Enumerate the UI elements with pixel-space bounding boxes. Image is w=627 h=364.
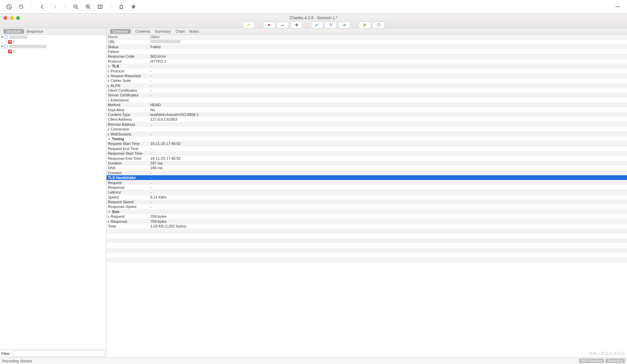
svg-marker-20 [295, 23, 298, 27]
row-tls-cipher[interactable]: Cipher Suite- [107, 78, 627, 83]
tree-path-1[interactable]: ✕/ [0, 39, 106, 44]
row-tls-client-cert[interactable]: Client Certificates- [107, 88, 627, 93]
row-timing[interactable]: Timing [107, 136, 627, 141]
tab-sequence[interactable]: Sequence [27, 29, 43, 33]
row-response-code[interactable]: Response Code503 Error [107, 54, 627, 59]
row-dns[interactable]: DNS186 ms [107, 165, 627, 170]
more-icon[interactable] [613, 2, 623, 12]
settings-icon[interactable] [372, 22, 385, 28]
status-badge-recording[interactable]: Recording [605, 359, 625, 363]
row-duration[interactable]: Duration197 ms [107, 161, 627, 165]
row-response[interactable]: Response- [107, 185, 627, 190]
back-icon[interactable] [37, 2, 48, 12]
tab-summary[interactable]: Summary [155, 29, 171, 33]
row-latency[interactable]: Latency- [107, 190, 627, 194]
disclosure-triangle-icon[interactable] [108, 99, 109, 102]
row-req-speed[interactable]: Request Speed- [107, 200, 627, 204]
zoom-out-icon[interactable] [71, 2, 81, 12]
disclosure-triangle-icon[interactable] [108, 66, 111, 67]
row-connection[interactable]: Connection [107, 127, 627, 131]
row-connect[interactable]: Connect- [107, 171, 627, 175]
tree-host-1[interactable] [0, 35, 106, 39]
broom-icon[interactable] [243, 22, 255, 28]
refresh-icon[interactable] [16, 2, 26, 12]
row-speed[interactable]: Speed5.21 KB/s [107, 195, 627, 200]
disclosure-triangle-icon[interactable] [108, 215, 109, 218]
row-content-type[interactable]: Content-Typetext/html;charset=ISO-8859-1 [107, 112, 627, 117]
throttle-icon[interactable] [277, 22, 289, 28]
repeat-icon[interactable] [325, 22, 337, 28]
structure-tree[interactable]: ✕/ ✕/ [0, 35, 106, 349]
row-resp-speed[interactable]: Response Speed- [107, 204, 627, 209]
row-size-request[interactable]: Request259 bytes [107, 214, 627, 219]
row-tls-extensions[interactable]: Extensions [107, 98, 627, 102]
row-remote-address[interactable]: Remote Address- [107, 122, 627, 127]
tab-notes[interactable]: Notes [189, 29, 199, 33]
row-total[interactable]: Total1.03 KB (1,052 bytes) [107, 224, 627, 229]
empty-row [107, 253, 627, 257]
status-badge-webinterface[interactable]: Web Interface [579, 359, 604, 363]
tab-chart[interactable]: Chart [176, 29, 185, 33]
zoom-in-icon[interactable] [83, 2, 93, 12]
close-window-icon[interactable] [3, 16, 7, 20]
row-tls-alpn[interactable]: ALPN- [107, 83, 627, 88]
filter-input[interactable] [12, 351, 105, 357]
disclosure-triangle-icon[interactable] [108, 139, 111, 140]
row-websockets[interactable]: WebSockets- [107, 131, 627, 136]
col-value[interactable]: Value [149, 35, 627, 39]
maximize-window-icon[interactable] [16, 16, 20, 20]
rotate-icon[interactable] [116, 2, 126, 12]
disclosure-triangle-icon[interactable] [108, 80, 109, 82]
compose-icon[interactable] [311, 22, 323, 28]
right-pane: Overview Contents Summary Chart Notes Na… [107, 28, 627, 357]
disclosure-triangle-icon[interactable] [108, 211, 111, 213]
row-status[interactable]: StatusFailed [107, 44, 627, 49]
row-req-end[interactable]: Request End Time- [107, 146, 627, 151]
row-protocol[interactable]: ProtocolHTTP/1.1 [107, 59, 627, 64]
svg-point-18 [619, 6, 620, 7]
sparkle-icon[interactable] [128, 2, 139, 12]
fit-width-icon[interactable] [95, 2, 105, 12]
globe-icon [4, 45, 8, 49]
overview-rows[interactable]: URL StatusFailed Failure Response Code50… [107, 39, 627, 357]
tree-host-2[interactable] [0, 44, 106, 49]
tools-icon[interactable] [359, 22, 371, 28]
tree-path-2[interactable]: ✕/ [0, 49, 106, 54]
row-failure[interactable]: Failure [107, 49, 627, 54]
svg-point-23 [377, 24, 380, 26]
disclosure-triangle-icon[interactable] [108, 85, 109, 87]
disclosure-triangle-icon[interactable] [108, 220, 109, 223]
row-method[interactable]: MethodHEAD [107, 102, 627, 107]
breakpoints-icon[interactable] [291, 22, 303, 28]
row-tls-handshake[interactable]: TLS Handshake- [107, 175, 627, 180]
minimize-window-icon[interactable] [10, 16, 13, 20]
forward-icon[interactable] [50, 2, 60, 12]
row-size[interactable]: Size [107, 209, 627, 214]
disclosure-triangle-icon[interactable] [108, 70, 109, 73]
globe-icon [4, 35, 8, 39]
tab-structure[interactable]: Structure [3, 29, 24, 34]
host-label [9, 45, 46, 48]
row-resp-start[interactable]: Response Start Time- [107, 151, 627, 156]
record-icon[interactable] [263, 22, 275, 28]
row-size-response[interactable]: Response793 bytes [107, 219, 627, 223]
col-name[interactable]: Name [107, 35, 149, 39]
disclosure-triangle-icon[interactable] [108, 133, 109, 136]
row-resp-end[interactable]: Response End Time19-11-25 17:45:52 [107, 156, 627, 160]
validate-icon[interactable] [338, 22, 351, 28]
tab-contents[interactable]: Contents [136, 29, 150, 33]
row-kept-alive[interactable]: Kept AliveNo [107, 107, 627, 112]
row-request[interactable]: Request- [107, 180, 627, 185]
row-req-start[interactable]: Request Start Time19-11-25 17:45:52 [107, 141, 627, 146]
row-tls[interactable]: TLS- [107, 64, 627, 68]
tab-overview[interactable]: Overview [110, 29, 131, 34]
row-url[interactable]: URL [107, 39, 627, 44]
row-client-address[interactable]: Client Address127.0.0.1:61853 [107, 117, 627, 122]
row-tls-server-cert[interactable]: Server Certificates- [107, 93, 627, 97]
disclosure-triangle-icon[interactable] [108, 128, 109, 131]
row-tls-protocol[interactable]: Protocol- [107, 68, 627, 73]
row-tls-session[interactable]: Session Resumed- [107, 73, 627, 78]
left-tabs: Structure Sequence [0, 28, 106, 35]
disclosure-triangle-icon[interactable] [108, 75, 109, 78]
stop-icon[interactable] [4, 2, 14, 12]
